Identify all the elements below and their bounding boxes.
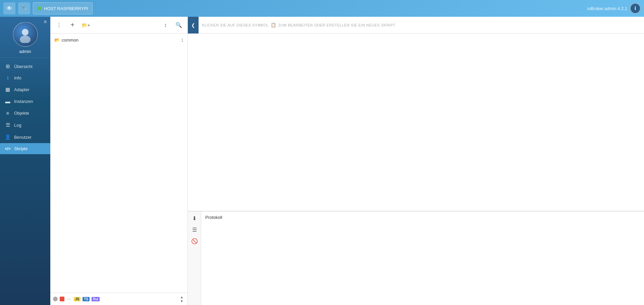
sort-button[interactable]: ↕ bbox=[160, 20, 171, 30]
log-content: Protokoll bbox=[201, 211, 644, 305]
script-list: 📂 common 1 bbox=[50, 34, 187, 293]
instanzen-icon: ▬ bbox=[5, 99, 11, 104]
add-script-icon: + bbox=[70, 21, 74, 29]
sidebar-item-label: Objekte bbox=[14, 111, 29, 116]
svg-point-1 bbox=[20, 36, 31, 43]
info-nav-icon: ℹ bbox=[5, 75, 11, 80]
eye-icon: 👁 bbox=[6, 5, 12, 12]
editor-header: ❮ KLICKEN SIE AUF DIESES SYMBOL 📋 ZUM BE… bbox=[188, 17, 644, 34]
sidebar: ✕ admin ⊞ Übersicht ℹ Info bbox=[0, 17, 50, 305]
folder-icon: 📂 bbox=[54, 38, 60, 43]
sidebar-item-skripte[interactable]: </> Skripte bbox=[0, 143, 50, 154]
sidebar-item-info[interactable]: ℹ Info bbox=[0, 72, 50, 83]
sidebar-item-log[interactable]: ☰ Log bbox=[0, 119, 50, 131]
editor-hint-bar: KLICKEN SIE AUF DIESES SYMBOL 📋 ZUM BEAR… bbox=[199, 22, 399, 27]
expand-button[interactable]: ▲ bbox=[179, 295, 185, 299]
skripte-icon: </> bbox=[5, 146, 11, 151]
sidebar-item-instanzen[interactable]: ▬ Instanzen bbox=[0, 96, 50, 107]
benutzer-icon: 👤 bbox=[5, 134, 11, 140]
sidebar-item-label: Adapter bbox=[14, 87, 30, 92]
stop-indicator bbox=[60, 297, 64, 301]
add-script-button[interactable]: + bbox=[67, 20, 78, 30]
editor-log-area: ⬇ ☰ 🚫 Protokoll bbox=[188, 211, 644, 305]
sidebar-item-uebersicht[interactable]: ⊞ Übersicht bbox=[0, 60, 50, 72]
more-icon: ⋮ bbox=[56, 22, 62, 28]
hint-icon: 📋 bbox=[271, 22, 276, 27]
sidebar-item-objekte[interactable]: ≡ Objekte bbox=[0, 107, 50, 119]
sidebar-item-benutzer[interactable]: 👤 Benutzer bbox=[0, 131, 50, 143]
wrench-icon: 🔧 bbox=[20, 5, 28, 12]
uebersicht-icon: ⊞ bbox=[5, 63, 11, 69]
host-button[interactable]: HOST RASPBERRYPI bbox=[33, 2, 93, 14]
script-bottom-toolbar: — JS TS Rul ▲ ▼ bbox=[50, 293, 187, 305]
avatar[interactable] bbox=[13, 22, 38, 47]
log-download-icon: ⬇ bbox=[192, 215, 197, 222]
expand-collapse-buttons: ▲ ▼ bbox=[179, 295, 185, 303]
dash-indicator: — bbox=[66, 297, 72, 301]
more-button[interactable]: ⋮ bbox=[54, 20, 64, 30]
version-label: ioBroker.admin 4.2.1 bbox=[587, 6, 627, 11]
badge-rules: Rul bbox=[92, 297, 100, 301]
add-folder-icon: 📁+ bbox=[82, 22, 90, 28]
editor-area: ❮ KLICKEN SIE AUF DIESES SYMBOL 📋 ZUM BE… bbox=[188, 17, 644, 305]
script-toolbar: ⋮ + 📁+ ↕ 🔍 bbox=[50, 17, 187, 34]
folder-count: 1 bbox=[181, 38, 183, 43]
editor-content bbox=[188, 34, 644, 211]
info-icon: i bbox=[635, 5, 636, 11]
sidebar-item-label: Instanzen bbox=[14, 99, 33, 104]
editor-collapse-button[interactable]: ❮ bbox=[188, 17, 199, 34]
close-icon: ✕ bbox=[43, 19, 47, 24]
badge-ts: TS bbox=[83, 297, 90, 301]
sort-icon: ↕ bbox=[164, 22, 167, 28]
log-icon: ☰ bbox=[5, 122, 11, 128]
host-label: HOST RASPBERRYPI bbox=[44, 6, 88, 11]
log-title: Protokoll bbox=[205, 215, 222, 220]
info-button[interactable]: i bbox=[630, 3, 641, 14]
adapter-icon: ▦ bbox=[5, 86, 11, 93]
collapse-button[interactable]: ▼ bbox=[179, 299, 185, 303]
sidebar-item-label: Übersicht bbox=[14, 64, 33, 69]
sidebar-avatar-area: ✕ admin bbox=[0, 17, 50, 58]
pause-indicator bbox=[53, 297, 58, 301]
sidebar-item-label: Info bbox=[14, 75, 21, 80]
sidebar-close-button[interactable]: ✕ bbox=[42, 18, 49, 25]
main-container: ✕ admin ⊞ Übersicht ℹ Info bbox=[0, 17, 644, 305]
log-list-button[interactable]: ☰ bbox=[190, 225, 199, 234]
search-icon: 🔍 bbox=[175, 22, 182, 28]
hint-suffix: ZUM BEARBEITEN ODER ERSTELLEN SIE EIN NE… bbox=[278, 23, 395, 27]
log-hide-icon: 🚫 bbox=[191, 238, 198, 244]
svg-point-0 bbox=[22, 29, 29, 36]
hint-text: KLICKEN SIE AUF DIESES SYMBOL bbox=[202, 23, 269, 27]
search-button[interactable]: 🔍 bbox=[173, 20, 184, 30]
log-sidebar: ⬇ ☰ 🚫 bbox=[188, 211, 201, 305]
folder-label: common bbox=[62, 38, 78, 43]
log-list-icon: ☰ bbox=[192, 227, 197, 233]
host-status-icon bbox=[37, 6, 41, 10]
log-download-button[interactable]: ⬇ bbox=[190, 213, 199, 223]
objekte-icon: ≡ bbox=[5, 110, 11, 116]
sidebar-item-label: Skripte bbox=[14, 146, 28, 151]
sidebar-item-adapter[interactable]: ▦ Adapter bbox=[0, 83, 50, 96]
add-folder-button[interactable]: 📁+ bbox=[80, 20, 91, 30]
header-right: ioBroker.admin 4.2.1 i bbox=[587, 3, 641, 14]
sidebar-item-label: Log bbox=[14, 123, 21, 128]
sidebar-item-label: Benutzer bbox=[14, 135, 32, 140]
log-hide-button[interactable]: 🚫 bbox=[190, 236, 199, 246]
wrench-button[interactable]: 🔧 bbox=[18, 2, 30, 14]
avatar-icon bbox=[17, 26, 34, 43]
username-label: admin bbox=[19, 49, 31, 54]
script-panel: ⋮ + 📁+ ↕ 🔍 📂 common 1 bbox=[50, 17, 188, 305]
script-folder-common[interactable]: 📂 common 1 bbox=[50, 35, 187, 45]
eye-button[interactable]: 👁 bbox=[3, 2, 15, 14]
header: 👁 🔧 HOST RASPBERRYPI ioBroker.admin 4.2.… bbox=[0, 0, 644, 17]
sidebar-menu: ⊞ Übersicht ℹ Info ▦ Adapter ▬ Instanzen… bbox=[0, 58, 50, 305]
collapse-icon: ❮ bbox=[191, 22, 195, 28]
badge-js: JS bbox=[74, 297, 80, 301]
